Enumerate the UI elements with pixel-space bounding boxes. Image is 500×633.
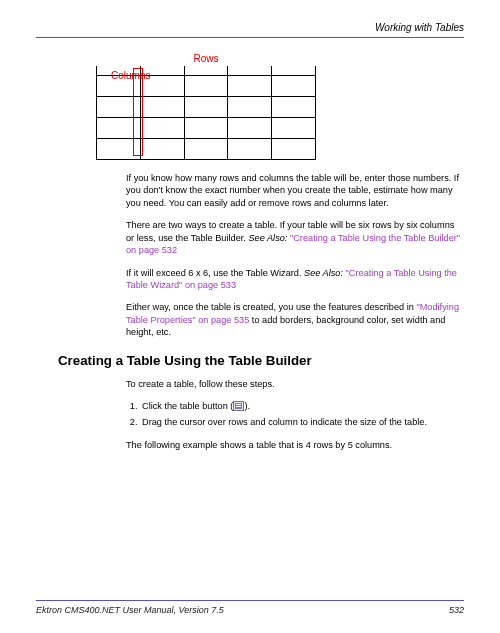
see-also-label: See Also: [248,233,290,243]
step-item: Drag the cursor over rows and column to … [140,416,464,428]
step-item: Click the table button (). [140,400,464,412]
text: If it will exceed 6 x 6, use the Table W… [126,268,304,278]
paragraph: There are two ways to create a table. If… [126,219,464,256]
section-heading: Creating a Table Using the Table Builder [58,353,464,368]
page-number: 532 [449,605,464,615]
paragraph: If it will exceed 6 x 6, use the Table W… [126,267,464,292]
step-text: Click the table button ( [142,401,233,411]
steps-list: Click the table button (). Drag the curs… [140,400,464,429]
see-also-label: See Also: [304,268,346,278]
content-area: Rows Columns If you know how many rows a… [36,38,464,451]
rows-label: Rows [96,52,316,66]
columns-label: Columns [109,70,152,82]
table-icon [233,401,244,411]
followup-line: The following example shows a table that… [126,439,464,451]
step-text: ). [244,401,250,411]
page-footer: Ektron CMS400.NET User Manual, Version 7… [36,600,464,615]
text: Either way, once the table is created, y… [126,302,416,312]
page: { "header": { "chapter": "Working with T… [0,0,500,633]
manual-title: Ektron CMS400.NET User Manual, Version 7… [36,605,224,615]
footer-rule [36,600,464,601]
intro-line: To create a table, follow these steps. [126,378,464,390]
paragraph: If you know how many rows and columns th… [126,172,464,209]
chapter-title: Working with Tables [36,22,464,33]
rows-columns-diagram: Rows Columns [96,54,464,158]
paragraph: Either way, once the table is created, y… [126,301,464,338]
